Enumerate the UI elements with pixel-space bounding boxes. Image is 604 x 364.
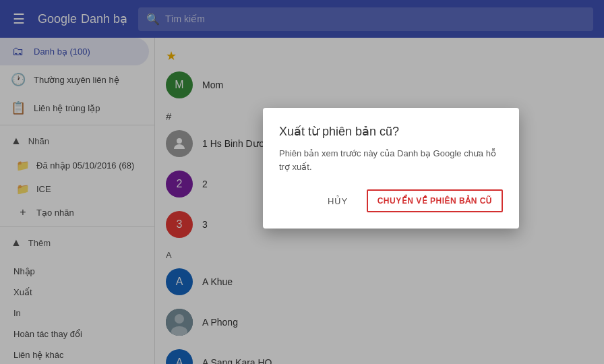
cancel-button[interactable]: HỦY <box>320 191 356 212</box>
dialog-overlay: Xuất từ phiên bản cũ? Phiên bản xem trướ… <box>0 0 604 364</box>
dialog-title: Xuất từ phiên bản cũ? <box>279 124 503 139</box>
dialog-actions: HỦY CHUYỂN VỀ PHIÊN BẢN CŨ <box>279 189 503 212</box>
dialog-body: Phiên bản xem trước này của Danh bạ Goog… <box>279 147 503 173</box>
switch-button[interactable]: CHUYỂN VỀ PHIÊN BẢN CŨ <box>367 189 503 212</box>
export-dialog: Xuất từ phiên bản cũ? Phiên bản xem trướ… <box>263 108 519 229</box>
